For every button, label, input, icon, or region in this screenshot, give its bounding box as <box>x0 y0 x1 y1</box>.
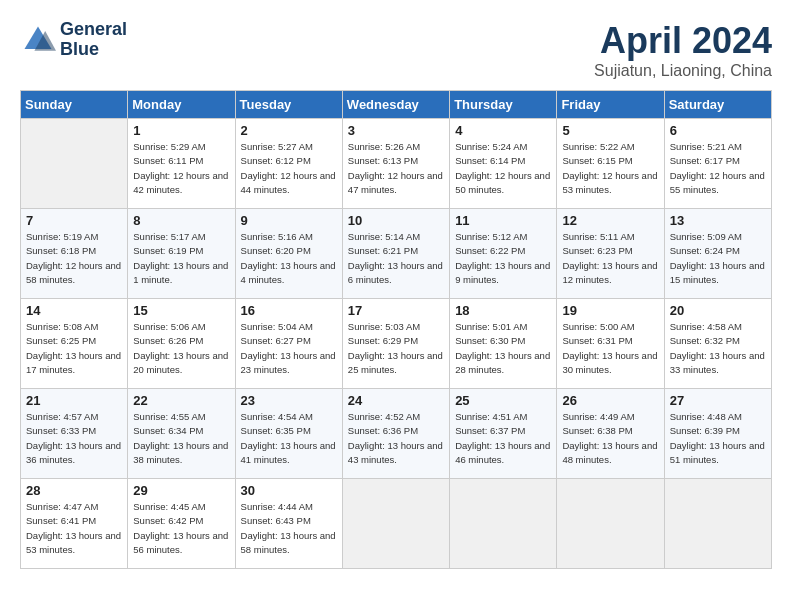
logo-line1: General <box>60 20 127 40</box>
day-info: Sunrise: 5:24 AMSunset: 6:14 PMDaylight:… <box>455 140 551 197</box>
day-number: 6 <box>670 123 766 138</box>
calendar-cell: 12Sunrise: 5:11 AMSunset: 6:23 PMDayligh… <box>557 209 664 299</box>
calendar-cell: 21Sunrise: 4:57 AMSunset: 6:33 PMDayligh… <box>21 389 128 479</box>
day-number: 4 <box>455 123 551 138</box>
calendar-cell: 8Sunrise: 5:17 AMSunset: 6:19 PMDaylight… <box>128 209 235 299</box>
day-info: Sunrise: 5:00 AMSunset: 6:31 PMDaylight:… <box>562 320 658 377</box>
day-number: 22 <box>133 393 229 408</box>
day-info: Sunrise: 4:45 AMSunset: 6:42 PMDaylight:… <box>133 500 229 557</box>
day-number: 26 <box>562 393 658 408</box>
day-info: Sunrise: 5:21 AMSunset: 6:17 PMDaylight:… <box>670 140 766 197</box>
calendar-cell <box>450 479 557 569</box>
calendar-cell: 30Sunrise: 4:44 AMSunset: 6:43 PMDayligh… <box>235 479 342 569</box>
day-info: Sunrise: 5:06 AMSunset: 6:26 PMDaylight:… <box>133 320 229 377</box>
day-number: 8 <box>133 213 229 228</box>
day-info: Sunrise: 5:12 AMSunset: 6:22 PMDaylight:… <box>455 230 551 287</box>
calendar-cell: 10Sunrise: 5:14 AMSunset: 6:21 PMDayligh… <box>342 209 449 299</box>
calendar-cell <box>557 479 664 569</box>
calendar-cell: 15Sunrise: 5:06 AMSunset: 6:26 PMDayligh… <box>128 299 235 389</box>
logo: General Blue <box>20 20 127 60</box>
calendar-cell: 28Sunrise: 4:47 AMSunset: 6:41 PMDayligh… <box>21 479 128 569</box>
weekday-header-monday: Monday <box>128 91 235 119</box>
calendar-cell: 9Sunrise: 5:16 AMSunset: 6:20 PMDaylight… <box>235 209 342 299</box>
calendar-cell <box>342 479 449 569</box>
day-info: Sunrise: 5:01 AMSunset: 6:30 PMDaylight:… <box>455 320 551 377</box>
day-info: Sunrise: 4:44 AMSunset: 6:43 PMDaylight:… <box>241 500 337 557</box>
calendar-cell: 27Sunrise: 4:48 AMSunset: 6:39 PMDayligh… <box>664 389 771 479</box>
day-number: 1 <box>133 123 229 138</box>
logo-line2: Blue <box>60 40 127 60</box>
calendar-week-row: 7Sunrise: 5:19 AMSunset: 6:18 PMDaylight… <box>21 209 772 299</box>
calendar-cell: 22Sunrise: 4:55 AMSunset: 6:34 PMDayligh… <box>128 389 235 479</box>
day-info: Sunrise: 5:11 AMSunset: 6:23 PMDaylight:… <box>562 230 658 287</box>
day-number: 7 <box>26 213 122 228</box>
day-number: 13 <box>670 213 766 228</box>
day-number: 3 <box>348 123 444 138</box>
calendar-cell: 19Sunrise: 5:00 AMSunset: 6:31 PMDayligh… <box>557 299 664 389</box>
day-number: 25 <box>455 393 551 408</box>
day-number: 15 <box>133 303 229 318</box>
calendar-cell: 16Sunrise: 5:04 AMSunset: 6:27 PMDayligh… <box>235 299 342 389</box>
day-number: 18 <box>455 303 551 318</box>
month-year-title: April 2024 <box>594 20 772 62</box>
calendar-cell: 14Sunrise: 5:08 AMSunset: 6:25 PMDayligh… <box>21 299 128 389</box>
day-info: Sunrise: 5:29 AMSunset: 6:11 PMDaylight:… <box>133 140 229 197</box>
day-number: 10 <box>348 213 444 228</box>
day-info: Sunrise: 4:47 AMSunset: 6:41 PMDaylight:… <box>26 500 122 557</box>
calendar-cell: 13Sunrise: 5:09 AMSunset: 6:24 PMDayligh… <box>664 209 771 299</box>
weekday-header-friday: Friday <box>557 91 664 119</box>
calendar-week-row: 28Sunrise: 4:47 AMSunset: 6:41 PMDayligh… <box>21 479 772 569</box>
calendar-cell: 29Sunrise: 4:45 AMSunset: 6:42 PMDayligh… <box>128 479 235 569</box>
calendar-cell: 25Sunrise: 4:51 AMSunset: 6:37 PMDayligh… <box>450 389 557 479</box>
day-info: Sunrise: 4:58 AMSunset: 6:32 PMDaylight:… <box>670 320 766 377</box>
calendar-cell: 18Sunrise: 5:01 AMSunset: 6:30 PMDayligh… <box>450 299 557 389</box>
day-number: 30 <box>241 483 337 498</box>
day-info: Sunrise: 5:22 AMSunset: 6:15 PMDaylight:… <box>562 140 658 197</box>
day-info: Sunrise: 4:48 AMSunset: 6:39 PMDaylight:… <box>670 410 766 467</box>
day-number: 21 <box>26 393 122 408</box>
day-number: 29 <box>133 483 229 498</box>
calendar-cell <box>664 479 771 569</box>
location-subtitle: Sujiatun, Liaoning, China <box>594 62 772 80</box>
day-number: 2 <box>241 123 337 138</box>
day-info: Sunrise: 4:54 AMSunset: 6:35 PMDaylight:… <box>241 410 337 467</box>
calendar-cell: 23Sunrise: 4:54 AMSunset: 6:35 PMDayligh… <box>235 389 342 479</box>
calendar-cell: 7Sunrise: 5:19 AMSunset: 6:18 PMDaylight… <box>21 209 128 299</box>
day-number: 9 <box>241 213 337 228</box>
day-info: Sunrise: 4:51 AMSunset: 6:37 PMDaylight:… <box>455 410 551 467</box>
calendar-cell: 3Sunrise: 5:26 AMSunset: 6:13 PMDaylight… <box>342 119 449 209</box>
day-number: 12 <box>562 213 658 228</box>
calendar-cell: 24Sunrise: 4:52 AMSunset: 6:36 PMDayligh… <box>342 389 449 479</box>
calendar-week-row: 21Sunrise: 4:57 AMSunset: 6:33 PMDayligh… <box>21 389 772 479</box>
day-number: 24 <box>348 393 444 408</box>
day-number: 17 <box>348 303 444 318</box>
weekday-header-tuesday: Tuesday <box>235 91 342 119</box>
day-info: Sunrise: 5:17 AMSunset: 6:19 PMDaylight:… <box>133 230 229 287</box>
calendar-cell: 26Sunrise: 4:49 AMSunset: 6:38 PMDayligh… <box>557 389 664 479</box>
calendar-week-row: 1Sunrise: 5:29 AMSunset: 6:11 PMDaylight… <box>21 119 772 209</box>
logo-icon <box>20 22 56 58</box>
calendar-cell: 6Sunrise: 5:21 AMSunset: 6:17 PMDaylight… <box>664 119 771 209</box>
calendar-cell: 17Sunrise: 5:03 AMSunset: 6:29 PMDayligh… <box>342 299 449 389</box>
day-number: 28 <box>26 483 122 498</box>
day-number: 11 <box>455 213 551 228</box>
weekday-header-row: SundayMondayTuesdayWednesdayThursdayFrid… <box>21 91 772 119</box>
calendar-cell: 4Sunrise: 5:24 AMSunset: 6:14 PMDaylight… <box>450 119 557 209</box>
day-number: 5 <box>562 123 658 138</box>
day-info: Sunrise: 5:26 AMSunset: 6:13 PMDaylight:… <box>348 140 444 197</box>
day-info: Sunrise: 5:08 AMSunset: 6:25 PMDaylight:… <box>26 320 122 377</box>
day-number: 23 <box>241 393 337 408</box>
day-info: Sunrise: 4:49 AMSunset: 6:38 PMDaylight:… <box>562 410 658 467</box>
day-info: Sunrise: 5:19 AMSunset: 6:18 PMDaylight:… <box>26 230 122 287</box>
day-number: 27 <box>670 393 766 408</box>
day-info: Sunrise: 4:55 AMSunset: 6:34 PMDaylight:… <box>133 410 229 467</box>
calendar-cell <box>21 119 128 209</box>
day-info: Sunrise: 5:27 AMSunset: 6:12 PMDaylight:… <box>241 140 337 197</box>
day-info: Sunrise: 5:09 AMSunset: 6:24 PMDaylight:… <box>670 230 766 287</box>
day-info: Sunrise: 4:57 AMSunset: 6:33 PMDaylight:… <box>26 410 122 467</box>
day-info: Sunrise: 5:16 AMSunset: 6:20 PMDaylight:… <box>241 230 337 287</box>
weekday-header-wednesday: Wednesday <box>342 91 449 119</box>
day-info: Sunrise: 5:14 AMSunset: 6:21 PMDaylight:… <box>348 230 444 287</box>
day-number: 20 <box>670 303 766 318</box>
calendar-cell: 11Sunrise: 5:12 AMSunset: 6:22 PMDayligh… <box>450 209 557 299</box>
